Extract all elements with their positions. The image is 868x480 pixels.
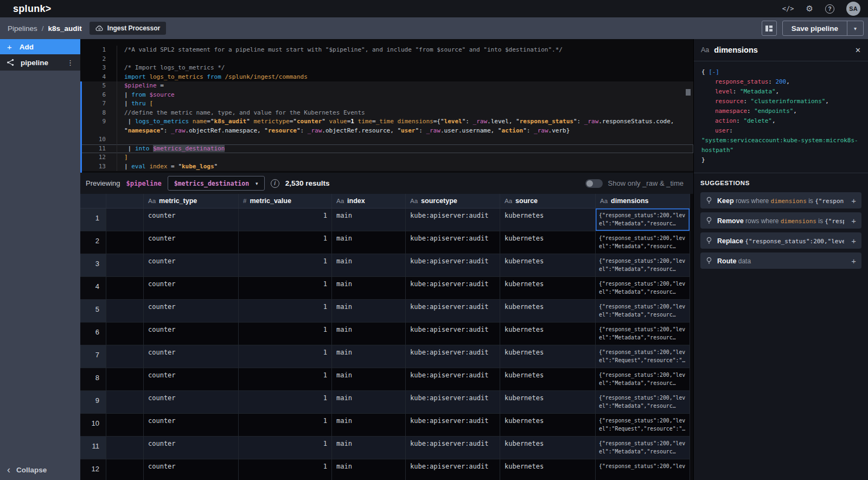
table-cell[interactable]: main: [332, 254, 406, 277]
table-cell[interactable]: counter: [144, 254, 239, 277]
table-cell[interactable]: counter: [144, 209, 239, 231]
table-cell[interactable]: kube:apiserver:audit: [406, 300, 500, 323]
dimensions-cell[interactable]: {"response_status":200,"level":"Metadata…: [596, 231, 690, 254]
table-cell[interactable]: [106, 345, 144, 368]
row-number[interactable]: 7: [80, 345, 106, 368]
table-cell[interactable]: counter: [144, 277, 239, 300]
dimensions-cell[interactable]: {"response_status":200,"level":"Metadata…: [596, 209, 690, 231]
column-header-source[interactable]: Aasource: [500, 194, 596, 208]
editor-scroll-marker[interactable]: [686, 89, 691, 96]
table-cell[interactable]: [106, 277, 144, 300]
table-cell[interactable]: counter: [144, 300, 239, 323]
table-cell[interactable]: 1: [239, 231, 332, 254]
sidebar-item-pipeline[interactable]: pipeline ⋮: [0, 54, 80, 71]
help-icon[interactable]: ?: [825, 4, 834, 14]
row-number[interactable]: 4: [80, 277, 106, 300]
table-cell[interactable]: [106, 368, 144, 391]
show-raw-time-toggle[interactable]: [585, 179, 603, 188]
table-cell[interactable]: main: [332, 300, 406, 323]
gear-icon[interactable]: ⚙: [806, 4, 813, 14]
table-cell[interactable]: main: [332, 345, 406, 368]
save-pipeline-button[interactable]: Save pipeline: [783, 21, 847, 35]
add-suggestion-icon[interactable]: +: [851, 256, 856, 266]
close-icon[interactable]: ✕: [855, 46, 861, 54]
table-cell[interactable]: 1: [239, 345, 332, 368]
column-header-index[interactable]: Aaindex: [332, 194, 406, 208]
table-cell[interactable]: 1: [239, 368, 332, 391]
column-header-sourcetype[interactable]: Aasourcetype: [406, 194, 500, 208]
suggestion-remove[interactable]: Remove rows where dimensions is {"respon…: [700, 212, 861, 229]
table-cell[interactable]: kubernetes: [500, 391, 596, 414]
row-number[interactable]: 10: [80, 414, 106, 437]
row-number[interactable]: 1: [80, 209, 106, 231]
table-cell[interactable]: [106, 391, 144, 414]
table-cell[interactable]: kubernetes: [500, 345, 596, 368]
table-cell[interactable]: main: [332, 323, 406, 345]
table-cell[interactable]: kube:apiserver:audit: [406, 323, 500, 345]
table-cell[interactable]: 1: [239, 323, 332, 345]
table-cell[interactable]: counter: [144, 345, 239, 368]
table-cell[interactable]: 1: [239, 459, 332, 480]
table-cell[interactable]: [106, 323, 144, 345]
suggestion-keep[interactable]: Keep rows where dimensions is {"response…: [700, 192, 861, 209]
destination-dropdown[interactable]: $metrics_destination ▾: [168, 176, 265, 191]
table-cell[interactable]: 1: [239, 414, 332, 437]
row-number[interactable]: 3: [80, 254, 106, 277]
table-cell[interactable]: kubernetes: [500, 459, 596, 480]
dimensions-cell[interactable]: {"response_status":200,"level":"Metadata…: [596, 323, 690, 345]
table-cell[interactable]: [106, 209, 144, 231]
dimensions-cell[interactable]: {"response_status":200,"level":"Metadata…: [596, 437, 690, 459]
table-cell[interactable]: main: [332, 391, 406, 414]
row-number[interactable]: 6: [80, 323, 106, 345]
table-cell[interactable]: 1: [239, 300, 332, 323]
table-cell[interactable]: counter: [144, 459, 239, 480]
add-suggestion-icon[interactable]: +: [851, 216, 856, 225]
avatar[interactable]: SA: [846, 2, 860, 16]
collapse-json-toggle[interactable]: [-]: [709, 68, 719, 75]
collapse-sidebar-button[interactable]: ‹ Collapse: [0, 459, 80, 480]
table-cell[interactable]: kubernetes: [500, 437, 596, 459]
dimensions-cell[interactable]: {"response_status":200,"level":"Metadata…: [596, 254, 690, 277]
row-number[interactable]: 12: [80, 459, 106, 480]
table-cell[interactable]: main: [332, 368, 406, 391]
table-cell[interactable]: kubernetes: [500, 231, 596, 254]
table-cell[interactable]: kubernetes: [500, 368, 596, 391]
table-cell[interactable]: kube:apiserver:audit: [406, 277, 500, 300]
column-header-metric_type[interactable]: Aametric_type: [144, 194, 239, 208]
table-cell[interactable]: kube:apiserver:audit: [406, 459, 500, 480]
code-icon[interactable]: </>: [782, 5, 794, 12]
dimensions-cell[interactable]: {"response_status":200,"level":"Request"…: [596, 345, 690, 368]
add-button[interactable]: + Add: [0, 39, 80, 54]
table-cell[interactable]: kubernetes: [500, 254, 596, 277]
table-cell[interactable]: 1: [239, 277, 332, 300]
table-cell[interactable]: kubernetes: [500, 209, 596, 231]
info-icon[interactable]: i: [271, 179, 279, 188]
column-header-metric_value[interactable]: #metric_value: [239, 194, 332, 208]
dimensions-cell[interactable]: {"response_status":200,"level":"Request"…: [596, 414, 690, 437]
dimensions-cell[interactable]: {"response_status":200,"level":"Metadata…: [596, 300, 690, 323]
dimensions-cell[interactable]: {"response_status":200,"level":"Metadata…: [596, 391, 690, 414]
table-cell[interactable]: kube:apiserver:audit: [406, 345, 500, 368]
table-cell[interactable]: main: [332, 459, 406, 480]
code-editor[interactable]: 1/*A valid SPL2 statement for a pipeline…: [80, 39, 693, 173]
table-cell[interactable]: [106, 459, 144, 480]
table-cell[interactable]: kube:apiserver:audit: [406, 231, 500, 254]
table-cell[interactable]: counter: [144, 323, 239, 345]
table-cell[interactable]: kubernetes: [500, 414, 596, 437]
table-cell[interactable]: counter: [144, 437, 239, 459]
table-cell[interactable]: kubernetes: [500, 277, 596, 300]
row-number[interactable]: 9: [80, 391, 106, 414]
table-cell[interactable]: counter: [144, 414, 239, 437]
table-cell[interactable]: [106, 437, 144, 459]
table-cell[interactable]: kube:apiserver:audit: [406, 209, 500, 231]
table-cell[interactable]: 1: [239, 391, 332, 414]
table-cell[interactable]: 1: [239, 437, 332, 459]
suggestion-replace[interactable]: Replace {"response_status":200,"level":"…: [700, 232, 861, 249]
row-number[interactable]: 2: [80, 231, 106, 254]
table-cell[interactable]: [106, 414, 144, 437]
table-cell[interactable]: kube:apiserver:audit: [406, 368, 500, 391]
row-number[interactable]: 11: [80, 437, 106, 459]
table-cell[interactable]: main: [332, 437, 406, 459]
table-cell[interactable]: kube:apiserver:audit: [406, 437, 500, 459]
table-cell[interactable]: 1: [239, 254, 332, 277]
